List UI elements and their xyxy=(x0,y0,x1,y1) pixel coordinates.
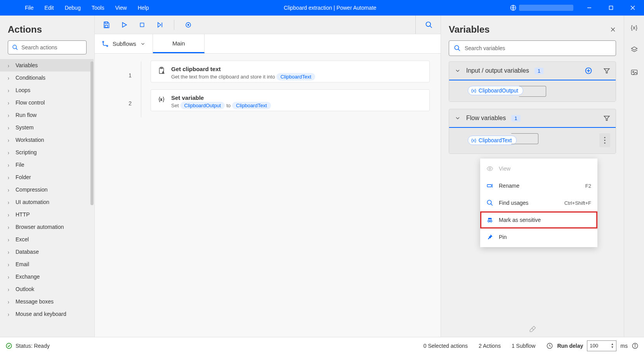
filter-button[interactable] xyxy=(603,115,610,122)
chevron-right-icon: › xyxy=(8,174,12,181)
tree-item-label: Folder xyxy=(16,174,31,180)
run-delay-input[interactable]: 100 ▲▼ xyxy=(587,340,616,351)
run-button[interactable] xyxy=(119,19,130,30)
menu-edit[interactable]: Edit xyxy=(39,0,59,16)
ctx-mark-sensitive[interactable]: Mark as sensitive xyxy=(480,211,597,228)
scrollbar-thumb[interactable] xyxy=(90,61,94,205)
tree-item-outlook[interactable]: ›Outlook xyxy=(0,283,94,295)
tree-item-file[interactable]: ›File xyxy=(0,159,94,171)
rail-images-button[interactable] xyxy=(628,66,641,78)
menu-view[interactable]: View xyxy=(110,0,132,16)
menu-file[interactable]: File xyxy=(19,0,39,16)
rail-variables-button[interactable]: {x} xyxy=(628,21,641,33)
tree-item-loops[interactable]: ›Loops xyxy=(0,84,94,96)
eraser-icon[interactable] xyxy=(529,325,536,333)
filter-button[interactable] xyxy=(603,67,610,74)
action-desc: Get the text from the clipboard and stor… xyxy=(171,74,275,80)
tree-item-email[interactable]: ›Email xyxy=(0,258,94,270)
flow-section-title: Flow variables xyxy=(466,115,506,122)
menu-debug[interactable]: Debug xyxy=(59,0,86,16)
rail-layers-button[interactable] xyxy=(628,44,641,56)
flow-section-header[interactable]: Flow variables 1 xyxy=(449,109,616,128)
tree-item-compression[interactable]: ›Compression xyxy=(0,183,94,196)
info-icon[interactable] xyxy=(632,342,639,349)
io-section-header[interactable]: Input / output variables 1 xyxy=(449,62,616,80)
variables-title: Variables xyxy=(449,24,490,35)
tree-item-label: Database xyxy=(16,249,39,255)
svg-point-33 xyxy=(604,140,605,141)
variable-context-menu: View Rename F2 Find usages Ctrl+Shift+F … xyxy=(480,159,597,247)
tree-item-label: Message boxes xyxy=(16,298,54,305)
search-flow-button[interactable] xyxy=(424,19,434,30)
tree-item-excel[interactable]: ›Excel xyxy=(0,233,94,246)
status-text: Status: Ready xyxy=(16,343,50,349)
svg-point-44 xyxy=(488,220,490,222)
tree-item-exchange[interactable]: ›Exchange xyxy=(0,270,94,283)
close-variables-button[interactable] xyxy=(610,26,616,33)
tree-item-mouse-and-keyboard[interactable]: ›Mouse and keyboard xyxy=(0,308,94,320)
tree-item-label: Flow control xyxy=(16,99,45,106)
more-vertical-icon xyxy=(604,137,606,144)
tree-item-variables[interactable]: ›Variables xyxy=(0,59,94,71)
tree-item-message-boxes[interactable]: ›Message boxes xyxy=(0,295,94,308)
account-area[interactable] xyxy=(506,2,577,14)
tree-item-database[interactable]: ›Database xyxy=(0,246,94,258)
toolbar xyxy=(95,16,441,34)
tree-item-scripting[interactable]: ›Scripting xyxy=(0,146,94,159)
tree-item-run-flow[interactable]: ›Run flow xyxy=(0,109,94,121)
subflows-bar: Subflows Main xyxy=(95,34,441,54)
eye-icon xyxy=(486,165,493,172)
tree-item-label: Loops xyxy=(16,87,30,93)
stop-button[interactable] xyxy=(137,19,148,30)
ctx-rename[interactable]: Rename F2 xyxy=(480,177,597,194)
step-icon xyxy=(156,21,163,28)
statusbar: Status: Ready 0 Selected actions 2 Actio… xyxy=(0,337,644,354)
actions-search[interactable]: Search actions xyxy=(8,40,87,54)
action-desc: Set xyxy=(171,103,179,108)
ctx-label: Mark as sensitive xyxy=(499,217,541,223)
tree-item-label: Exchange xyxy=(16,274,40,280)
tree-item-conditionals[interactable]: ›Conditionals xyxy=(0,71,94,84)
rename-icon xyxy=(486,182,493,189)
step-button[interactable] xyxy=(154,19,165,30)
action-card-set-variable[interactable]: x Set variable Set ClipboardOutput to Cl… xyxy=(151,89,430,111)
tree-item-label: File xyxy=(16,162,24,168)
ctx-pin[interactable]: Pin xyxy=(480,228,597,246)
svg-point-42 xyxy=(487,200,491,204)
svg-rect-8 xyxy=(105,25,108,27)
maximize-button[interactable] xyxy=(601,0,621,16)
menu-tools[interactable]: Tools xyxy=(86,0,110,16)
braces-icon: {x} xyxy=(631,24,638,31)
subflows-dropdown[interactable]: Subflows xyxy=(95,34,153,53)
variable-more-button[interactable] xyxy=(599,133,610,147)
tree-item-folder[interactable]: ›Folder xyxy=(0,171,94,183)
tab-main[interactable]: Main xyxy=(153,34,205,53)
tree-item-label: Conditionals xyxy=(16,75,45,81)
variables-search[interactable]: Search variables xyxy=(449,40,616,56)
chevron-right-icon: › xyxy=(8,137,12,143)
pin-icon xyxy=(486,234,493,241)
tree-item-http[interactable]: ›HTTP xyxy=(0,208,94,221)
record-icon xyxy=(185,21,192,28)
add-variable-button[interactable] xyxy=(585,67,592,75)
tree-item-ui-automation[interactable]: ›UI automation xyxy=(0,196,94,208)
tree-item-system[interactable]: ›System xyxy=(0,121,94,134)
close-button[interactable] xyxy=(623,0,642,16)
tree-item-workstation[interactable]: ›Workstation xyxy=(0,134,94,146)
flow-variables-section: Flow variables 1 {x} ClipboardText xyxy=(449,109,616,154)
save-button[interactable] xyxy=(101,19,112,30)
variable-pill-clipboardoutput[interactable]: {x} ClipboardOutput xyxy=(468,86,523,95)
record-button[interactable] xyxy=(183,19,194,30)
variable-pill-clipboardtext[interactable]: {x} ClipboardText xyxy=(468,136,517,145)
menu-help[interactable]: Help xyxy=(132,0,154,16)
minimize-button[interactable] xyxy=(580,0,599,16)
chevron-right-icon: › xyxy=(8,311,12,317)
clock-icon xyxy=(546,342,553,349)
tree-item-flow-control[interactable]: ›Flow control xyxy=(0,96,94,109)
actions-tree[interactable]: ›Variables›Conditionals›Loops›Flow contr… xyxy=(0,59,94,320)
layers-icon xyxy=(630,46,638,54)
ctx-find-usages[interactable]: Find usages Ctrl+Shift+F xyxy=(480,194,597,211)
action-card-get-clipboard[interactable]: A Get clipboard text Get the text from t… xyxy=(151,61,430,82)
spinner-icon[interactable]: ▲▼ xyxy=(611,343,614,349)
tree-item-browser-automation[interactable]: ›Browser automation xyxy=(0,221,94,233)
